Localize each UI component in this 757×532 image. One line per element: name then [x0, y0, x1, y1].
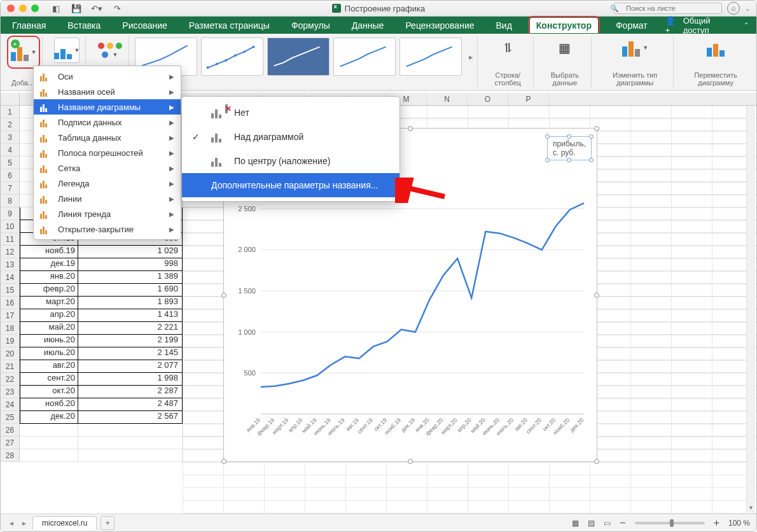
col-header-N[interactable]: N: [427, 93, 468, 105]
feedback-smiley-icon[interactable]: ☺: [727, 2, 740, 15]
chart-style-3[interactable]: [267, 38, 330, 76]
change-chart-type-button[interactable]: ▼: [623, 38, 646, 58]
menu-item-3[interactable]: Подписи данных▶: [34, 115, 181, 130]
scroll-down-icon[interactable]: ▼: [747, 503, 755, 512]
tab-view[interactable]: Вид: [492, 18, 516, 32]
row-header-15[interactable]: 15: [1, 284, 20, 297]
vertical-scrollbar[interactable]: ▲ ▼: [746, 94, 755, 512]
col-header-O[interactable]: O: [468, 93, 508, 105]
add-chart-element-button[interactable]: + ▼: [9, 38, 38, 67]
cell-B15[interactable]: 1 690: [78, 284, 183, 297]
feedback-dropdown-icon[interactable]: ⌄: [745, 5, 750, 12]
row-header-13[interactable]: 13: [1, 258, 20, 271]
cell-B17[interactable]: 1 413: [78, 309, 183, 322]
cell-A17[interactable]: апр.20: [20, 309, 78, 322]
chart-style-5[interactable]: [399, 38, 462, 76]
cell-A14[interactable]: янв.20: [20, 271, 78, 284]
sheet-tab[interactable]: microexcel.ru: [32, 516, 97, 529]
zoom-in-button[interactable]: +: [714, 517, 719, 529]
cell-A22[interactable]: сент.20: [20, 373, 78, 386]
view-page-layout-icon[interactable]: ▤: [588, 519, 595, 528]
cell-A23[interactable]: окт.20: [20, 386, 78, 398]
cell-A13[interactable]: дек.19: [20, 258, 78, 271]
cell-B28[interactable]: [78, 449, 183, 462]
quick-layout-button[interactable]: ▼: [54, 38, 80, 63]
row-header-14[interactable]: 14: [1, 271, 20, 284]
cell-A15[interactable]: февр.20: [20, 284, 78, 297]
submenu-item-0[interactable]: ✕Нет: [182, 101, 399, 125]
row-header-9[interactable]: 9: [1, 207, 20, 220]
cell-A25[interactable]: дек.20: [20, 411, 78, 424]
cell-A21[interactable]: авг.20: [20, 360, 78, 373]
row-header-23[interactable]: 23: [1, 386, 20, 398]
menu-item-8[interactable]: Линии▶: [34, 191, 181, 206]
submenu-item-3[interactable]: Дополнительные параметры названия...: [182, 173, 399, 197]
qat-redo-icon[interactable]: ↷: [111, 4, 123, 13]
collapse-ribbon-icon[interactable]: ⌃: [744, 22, 749, 29]
cell-B14[interactable]: 1 389: [78, 271, 183, 284]
cell-A27[interactable]: [20, 437, 78, 449]
menu-item-0[interactable]: Оси▶: [34, 69, 181, 84]
row-header-26[interactable]: 26: [1, 424, 20, 437]
row-header-2[interactable]: 2: [1, 118, 20, 131]
row-header-6[interactable]: 6: [1, 169, 20, 182]
row-header-25[interactable]: 25: [1, 411, 20, 424]
row-header-22[interactable]: 22: [1, 373, 20, 386]
cell-A16[interactable]: март.20: [20, 297, 78, 309]
view-page-break-icon[interactable]: ▭: [604, 519, 611, 528]
cell-B13[interactable]: 998: [78, 258, 183, 271]
select-data-button[interactable]: ▦: [553, 38, 576, 58]
cell-B25[interactable]: 2 567: [78, 411, 183, 424]
tab-review[interactable]: Рецензирование: [401, 18, 478, 32]
row-header-1[interactable]: 1: [1, 106, 20, 118]
row-header-21[interactable]: 21: [1, 360, 20, 373]
row-header-17[interactable]: 17: [1, 309, 20, 322]
chart-legend-frame[interactable]: прибыль, с. руб.: [547, 136, 592, 160]
chart-plot-area[interactable]: 5001 0001 5002 0002 500янв.19февр.19март…: [230, 186, 590, 449]
row-header-4[interactable]: 4: [1, 144, 20, 157]
tab-home[interactable]: Главная: [8, 18, 50, 32]
cell-B24[interactable]: 2 487: [78, 398, 183, 411]
search-input[interactable]: [614, 3, 722, 14]
row-header-19[interactable]: 19: [1, 335, 20, 347]
cell-A24[interactable]: нояб.20: [20, 398, 78, 411]
change-colors-button[interactable]: ▼: [97, 38, 123, 63]
style-gallery-next[interactable]: ▸: [466, 39, 477, 74]
sheet-nav-prev[interactable]: ▸: [20, 519, 29, 528]
move-chart-button[interactable]: [704, 38, 727, 58]
cell-B22[interactable]: 1 998: [78, 373, 183, 386]
row-header-8[interactable]: 8: [1, 195, 20, 207]
tab-data[interactable]: Данные: [348, 18, 388, 32]
menu-item-2[interactable]: Название диаграммы▶: [34, 99, 181, 115]
qat-autosave-icon[interactable]: ◧: [50, 4, 62, 13]
row-header-10[interactable]: 10: [1, 220, 20, 233]
window-close-button[interactable]: [7, 4, 15, 12]
row-header-11[interactable]: 11: [1, 233, 20, 246]
window-maximize-button[interactable]: [31, 4, 39, 12]
row-header-5[interactable]: 5: [1, 157, 20, 169]
view-normal-icon[interactable]: ▦: [572, 519, 579, 528]
row-header-24[interactable]: 24: [1, 398, 20, 411]
switch-row-column-button[interactable]: ⥮: [496, 38, 519, 58]
cell-B21[interactable]: 2 077: [78, 360, 183, 373]
menu-item-5[interactable]: Полоса погрешностей▶: [34, 145, 181, 160]
row-header-3[interactable]: 3: [1, 131, 20, 144]
zoom-level[interactable]: 100 %: [728, 519, 750, 528]
submenu-item-1[interactable]: ✓Над диаграммой: [182, 125, 399, 149]
cell-A12[interactable]: нояб.19: [20, 246, 78, 258]
tab-page-layout[interactable]: Разметка страницы: [185, 18, 274, 32]
row-header-28[interactable]: 28: [1, 449, 20, 462]
menu-item-6[interactable]: Сетка▶: [34, 160, 181, 176]
zoom-slider[interactable]: [635, 522, 705, 524]
sheet-nav-first[interactable]: ◂: [7, 519, 16, 528]
cell-B23[interactable]: 2 287: [78, 386, 183, 398]
menu-item-4[interactable]: Таблица данных▶: [34, 130, 181, 145]
add-sheet-button[interactable]: +: [101, 516, 115, 530]
menu-item-7[interactable]: Легенда▶: [34, 176, 181, 191]
qat-undo-icon[interactable]: ↶▾: [91, 4, 102, 13]
tab-draw[interactable]: Рисование: [118, 18, 171, 32]
cell-B12[interactable]: 1 029: [78, 246, 183, 258]
cell-A20[interactable]: июль.20: [20, 347, 78, 360]
cell-B19[interactable]: 2 199: [78, 335, 183, 347]
cell-B18[interactable]: 2 221: [78, 322, 183, 335]
